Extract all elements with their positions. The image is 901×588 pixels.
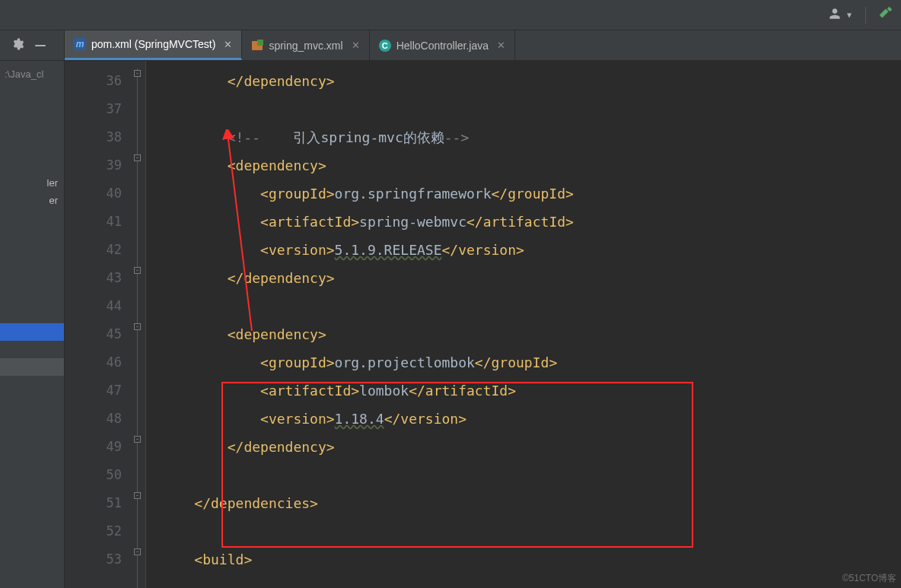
toolbar-divider [865, 7, 866, 24]
code-editor[interactable]: 363738 394041 424344 454647 484950 51525… [65, 61, 901, 588]
svg-rect-1 [257, 40, 263, 46]
tab-label: HelloController.java [396, 40, 489, 52]
minimize-icon[interactable] [35, 45, 46, 46]
tree-item[interactable] [0, 358, 64, 376]
tree-item[interactable]: er [0, 192, 64, 209]
watermark: ©51CTO博客 [842, 572, 896, 585]
fold-marker[interactable]: - [134, 70, 141, 77]
fold-marker[interactable]: - [134, 492, 141, 499]
close-icon[interactable]: ✕ [224, 39, 232, 50]
fold-column[interactable]: - - - - - - - [129, 61, 146, 588]
maven-file-icon: m [74, 38, 86, 50]
user-icon[interactable] [827, 6, 842, 24]
gear-icon[interactable] [11, 37, 24, 54]
tab-pom-xml[interactable]: m pom.xml (SpringMVCTest) ✕ [65, 30, 242, 60]
class-file-icon: C [379, 40, 391, 52]
chevron-down-icon[interactable]: ▼ [847, 11, 852, 19]
fold-marker[interactable]: - [134, 548, 141, 555]
tree-item[interactable] [0, 341, 64, 358]
build-icon[interactable] [877, 5, 893, 25]
tab-label: spring_mvc.xml [269, 40, 342, 52]
fold-marker[interactable]: - [134, 267, 141, 274]
tab-hello-controller[interactable]: C HelloController.java ✕ [370, 30, 515, 60]
xml-file-icon [251, 40, 263, 52]
project-sidebar[interactable]: :\Java_cl ler er [0, 61, 65, 588]
tree-item-selected[interactable] [0, 323, 64, 341]
tab-bar: m pom.xml (SpringMVCTest) ✕ spring_mvc.x… [0, 30, 901, 61]
close-icon[interactable]: ✕ [352, 40, 360, 51]
top-toolbar: ▼ [0, 0, 901, 30]
close-icon[interactable]: ✕ [497, 40, 505, 51]
tree-item[interactable]: ler [0, 174, 64, 192]
tab-spring-mvc-xml[interactable]: spring_mvc.xml ✕ [242, 30, 369, 60]
fold-marker[interactable]: - [134, 323, 141, 330]
fold-marker[interactable]: - [134, 154, 141, 161]
project-path: :\Java_cl [0, 65, 64, 83]
work-area: :\Java_cl ler er 363738 394041 424344 45… [0, 61, 901, 588]
tab-label: pom.xml (SpringMVCTest) [91, 38, 215, 50]
line-gutter: 363738 394041 424344 454647 484950 51525… [65, 61, 129, 588]
annotation-highlight-box [221, 382, 693, 548]
tool-window-controls [0, 30, 65, 60]
fold-marker[interactable]: - [134, 436, 141, 443]
